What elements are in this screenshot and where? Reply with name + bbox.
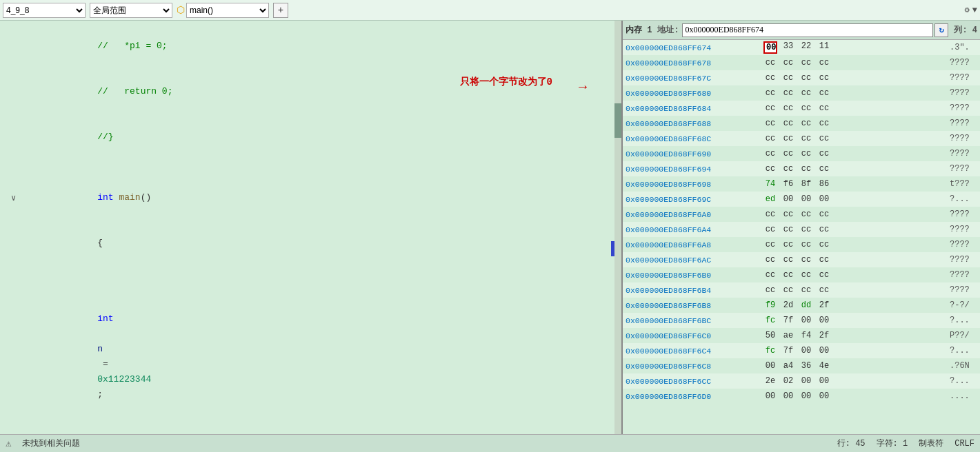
mem-byte: cc xyxy=(763,134,777,143)
line-text: // return 0; xyxy=(22,69,619,114)
mem-chars: .... xyxy=(950,391,977,401)
mem-byte: cc xyxy=(781,149,795,158)
mem-chars: .3". xyxy=(950,43,977,52)
mem-bytes: f92ddd2f xyxy=(763,300,944,310)
mem-bytes: cccccccc xyxy=(763,58,944,68)
mem-bytes: cccccccc xyxy=(763,73,944,83)
mem-byte: 00 xyxy=(799,346,813,356)
mem-bytes: cccccccc xyxy=(763,88,944,98)
mem-byte: 36 xyxy=(799,361,813,371)
settings-icon[interactable]: ⚙ xyxy=(965,5,970,15)
mem-address: 0x000000ED868FF690 xyxy=(626,150,763,158)
line-text xyxy=(11,160,619,175)
mem-byte: 50 xyxy=(763,331,777,340)
toolbar: 4_9_8 全局范围 ⬡ main() + ⚙ ▼ xyxy=(0,0,980,21)
mem-address: 0x000000ED868FF6C8 xyxy=(626,362,763,371)
mem-byte: cc xyxy=(763,255,777,265)
mem-bytes: 74f68f86 xyxy=(763,179,944,189)
mem-chars: ???? xyxy=(950,225,977,234)
mem-byte: fc xyxy=(763,346,777,356)
code-panel: // *pi = 0; // return 0; xyxy=(0,21,621,434)
mem-byte: 7f xyxy=(781,316,795,325)
comment-text: // return 0; xyxy=(97,86,172,96)
memory-row: 0x000000ED868FF6D000000000.... xyxy=(623,389,980,404)
mem-byte: cc xyxy=(799,209,813,219)
mem-bytes: cccccccc xyxy=(763,285,944,295)
mem-bytes: cccccccc xyxy=(763,149,944,158)
mem-chars: .?6N xyxy=(950,361,977,371)
mem-bytes: ed000000 xyxy=(763,194,944,204)
memory-title: 内存 1 xyxy=(626,24,652,36)
mem-chars: P??/ xyxy=(950,331,977,340)
file-select[interactable]: 4_9_8 xyxy=(3,3,86,18)
mem-byte: 33 xyxy=(781,41,795,54)
code-line xyxy=(0,266,621,281)
refresh-button[interactable]: ↻ xyxy=(934,23,948,37)
mem-byte: cc xyxy=(799,103,813,113)
scope-select[interactable]: 全局范围 xyxy=(90,3,172,18)
mem-byte: cc xyxy=(817,149,831,158)
mem-address: 0x000000ED868FF6A0 xyxy=(626,210,763,219)
mem-byte: cc xyxy=(763,149,777,158)
mem-byte: cc xyxy=(799,134,813,143)
mem-bytes: 2e020000 xyxy=(763,376,944,386)
encoding-status: 制表符 xyxy=(919,438,943,449)
memory-row: 0x000000ED868FF6B8f92ddd2f?-?/ xyxy=(623,298,980,313)
code-area: // *pi = 0; // return 0; xyxy=(0,21,621,434)
mem-byte: cc xyxy=(799,73,813,83)
memory-row: 0x000000ED868FF67400332211.3". xyxy=(623,40,980,55)
memory-row: 0x000000ED868FF6C800a4364e.?6N xyxy=(623,358,980,373)
mem-byte: cc xyxy=(781,255,795,265)
mem-chars: ???? xyxy=(950,209,977,219)
dropdown-icon[interactable]: ▼ xyxy=(972,6,977,15)
memory-row: 0x000000ED868FF6A4cccccccc???? xyxy=(623,222,980,237)
mem-byte: cc xyxy=(799,285,813,295)
mem-chars: ???? xyxy=(950,149,977,158)
mem-byte: cc xyxy=(781,209,795,219)
mem-byte: f9 xyxy=(763,300,777,310)
scrollbar-thumb[interactable] xyxy=(614,103,621,138)
mem-address: 0x000000ED868FF6CC xyxy=(626,377,763,386)
vertical-scrollbar[interactable] xyxy=(614,21,621,434)
mem-chars: ???? xyxy=(950,285,977,295)
collapse-icon[interactable]: ∨ xyxy=(11,193,22,203)
mem-address: 0x000000ED868FF698 xyxy=(626,180,763,189)
add-button[interactable]: + xyxy=(273,3,288,18)
mem-byte: cc xyxy=(817,240,831,249)
mem-chars: ?... xyxy=(950,376,977,386)
line-text: { xyxy=(22,220,619,266)
mem-byte: 00 xyxy=(763,361,777,371)
mem-chars: ?... xyxy=(950,346,977,356)
row-status: 行: 45 xyxy=(837,438,866,449)
mem-chars: ???? xyxy=(950,73,977,83)
mem-byte: 2e xyxy=(763,376,777,386)
memory-row: 0x000000ED868FF69Ced000000?... xyxy=(623,192,980,207)
code-line: ∨ //将整型指针强制类型转换为 xyxy=(0,418,621,434)
mem-byte: a4 xyxy=(781,361,795,371)
keyword-int: int xyxy=(97,192,113,203)
problems-text: 未找到相关问题 xyxy=(22,438,80,449)
position-indicator xyxy=(611,241,614,256)
mem-chars: ???? xyxy=(950,270,977,280)
mem-byte: 00 xyxy=(817,346,831,356)
mem-byte: cc xyxy=(817,209,831,219)
memory-row: 0x000000ED868FF6CC2e020000?... xyxy=(623,373,980,389)
mem-address: 0x000000ED868FF68C xyxy=(626,134,763,143)
mem-bytes: cccccccc xyxy=(763,103,944,113)
memory-row: 0x000000ED868FF6ACcccccccc???? xyxy=(623,252,980,267)
mem-address: 0x000000ED868FF684 xyxy=(626,104,763,113)
mem-byte: cc xyxy=(763,164,777,174)
memory-row: 0x000000ED868FF67Ccccccccc???? xyxy=(623,70,980,85)
mem-byte: cc xyxy=(817,164,831,174)
memory-address-input[interactable] xyxy=(682,23,934,37)
memory-row: 0x000000ED868FF6C050aef42fP??/ xyxy=(623,328,980,343)
func-select[interactable]: main() xyxy=(186,3,269,18)
hex-value: 0x11223344 xyxy=(97,374,151,384)
code-block: // *pi = 0; // return 0; xyxy=(0,21,621,434)
col-label: 列: 4 xyxy=(954,24,977,36)
mem-address: 0x000000ED868FF6B0 xyxy=(626,271,763,280)
mem-address: 0x000000ED868FF6B4 xyxy=(626,286,763,295)
mem-byte: cc xyxy=(763,209,777,219)
code-line: //} xyxy=(0,114,621,160)
mem-chars: ???? xyxy=(950,88,977,98)
